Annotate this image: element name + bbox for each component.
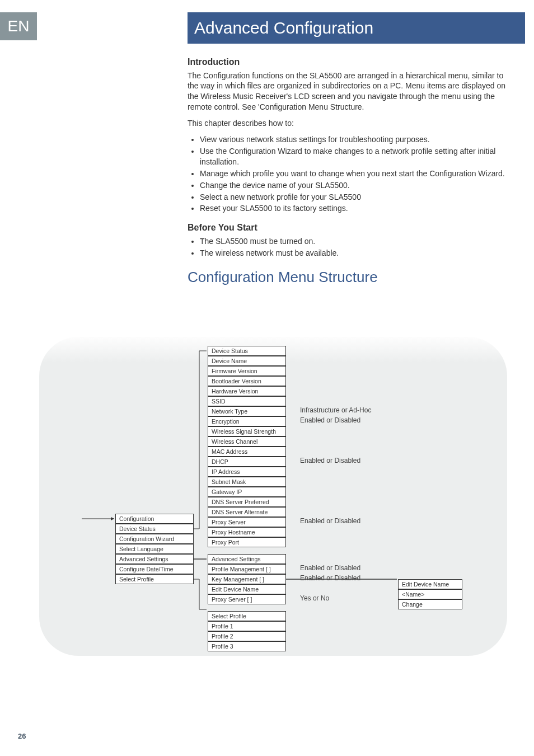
ds-subnet: Subnet Mask (208, 477, 286, 487)
ds-mac: MAC Address (208, 447, 286, 457)
ds-network-type: Network Type (208, 406, 286, 416)
ds-title: Device Status (208, 346, 286, 356)
list-item: Change the device name of your SLA5500. (200, 180, 506, 191)
main-content: Introduction The Configuration functions… (188, 56, 506, 293)
ds-gateway: Gateway IP (208, 487, 286, 497)
intro-heading: Introduction (188, 56, 506, 68)
before-heading: Before You Start (188, 222, 506, 234)
list-item: The SLA5500 must be turned on. (200, 236, 506, 247)
intro-para-2: This chapter describes how to: (188, 118, 506, 129)
page-banner: Advanced Configuration (188, 12, 525, 44)
lbl-encryption: Enabled or Disabled (300, 416, 360, 424)
sp-profile2: Profile 2 (208, 631, 286, 641)
ds-wireless-channel: Wireless Channel (208, 436, 286, 447)
lbl-dhcp: Enabled or Disabled (300, 457, 360, 464)
menu-config-wizard: Configuration Wizard (115, 534, 194, 544)
diagram: Configuration Device Status Configuratio… (48, 346, 498, 640)
menu-select-profile: Select Profile (115, 574, 194, 584)
list-item: Use the Configuration Wizard to make cha… (200, 146, 506, 167)
ds-firmware: Firmware Version (208, 366, 286, 376)
intro-bullets: View various network status settings for… (188, 134, 506, 214)
edn-name: <Name> (398, 589, 462, 599)
lbl-network-type: Infrastructure or Ad-Hoc (300, 406, 371, 414)
ds-proxy-host: Proxy Hostname (208, 527, 286, 537)
ds-proxy-port: Proxy Port (208, 537, 286, 547)
sp-profile3: Profile 3 (208, 641, 286, 651)
ds-bootloader: Bootloader Version (208, 376, 286, 386)
lbl-proxy: Enabled or Disabled (300, 517, 360, 525)
list-item: View various network status settings for… (200, 134, 506, 145)
lbl-key-mgmt: Enabled or Disabled (300, 574, 360, 582)
lbl-profile-mgmt: Enabled or Disabled (300, 564, 360, 572)
menu-configure-datetime: Configure Date/Time (115, 564, 194, 574)
edn-change: Change (398, 599, 462, 609)
list-item: Select a new network profile for your SL… (200, 192, 506, 203)
list-item: The wireless network must be available. (200, 248, 506, 259)
as-edit-name: Edit Device Name (208, 584, 286, 594)
ds-dns-alt: DNS Server Alternate (208, 507, 286, 517)
cms-heading: Configuration Menu Structure (188, 267, 506, 287)
diagram-panel: Configuration Device Status Configuratio… (39, 337, 507, 656)
language-tab: EN (0, 12, 37, 40)
menu-device-status: Device Status (115, 524, 194, 534)
before-bullets: The SLA5500 must be turned on. The wirel… (188, 236, 506, 259)
menu-configuration: Configuration (115, 514, 194, 524)
ds-encryption: Encryption (208, 416, 286, 426)
list-item: Reset your SLA5500 to its factory settin… (200, 203, 506, 214)
as-profile-mgmt: Profile Management [ ] (208, 564, 286, 574)
ds-ssid: SSID (208, 396, 286, 406)
list-item: Manage which profile you want to change … (200, 168, 506, 179)
sp-title: Select Profile (208, 611, 286, 621)
ds-device-name: Device Name (208, 356, 286, 366)
ds-dhcp: DHCP (208, 457, 286, 467)
intro-para-1: The Configuration functions on the SLA55… (188, 71, 506, 113)
as-proxy-server: Proxy Server [ ] (208, 594, 286, 604)
page-number: 26 (18, 732, 26, 740)
ds-proxy-server: Proxy Server (208, 517, 286, 527)
as-title: Advanced Settings (208, 554, 286, 564)
ds-signal-strength: Wireless Signal Strength (208, 426, 286, 436)
edn-title: Edit Device Name (398, 579, 462, 589)
ds-ip: IP Address (208, 467, 286, 477)
as-key-mgmt: Key Management [ ] (208, 574, 286, 584)
menu-select-language: Select Language (115, 544, 194, 554)
lbl-proxy2: Yes or No (300, 594, 329, 602)
ds-dns-pref: DNS Server Preferred (208, 497, 286, 507)
sp-profile1: Profile 1 (208, 621, 286, 631)
menu-advanced-settings: Advanced Settings (115, 554, 194, 564)
ds-hardware: Hardware Version (208, 386, 286, 396)
